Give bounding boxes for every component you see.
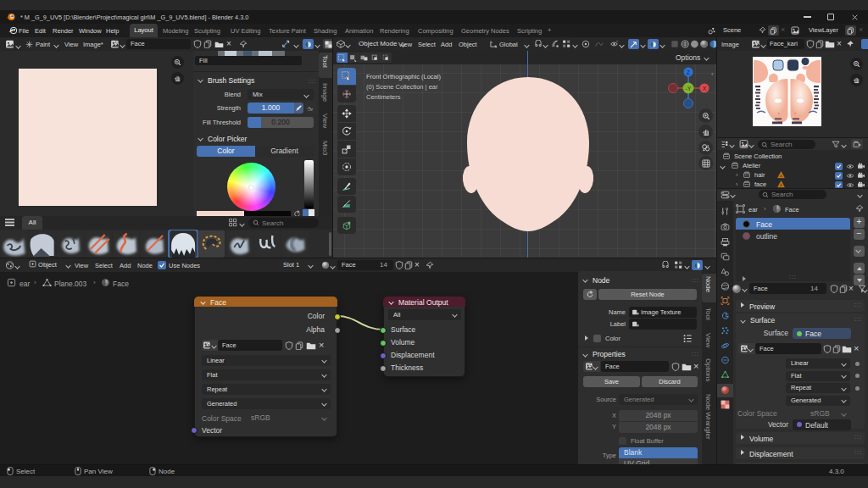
svg-text:Z: Z	[687, 69, 691, 75]
svg-text:-Y: -Y	[686, 86, 692, 92]
svg-text:X: X	[703, 86, 707, 92]
